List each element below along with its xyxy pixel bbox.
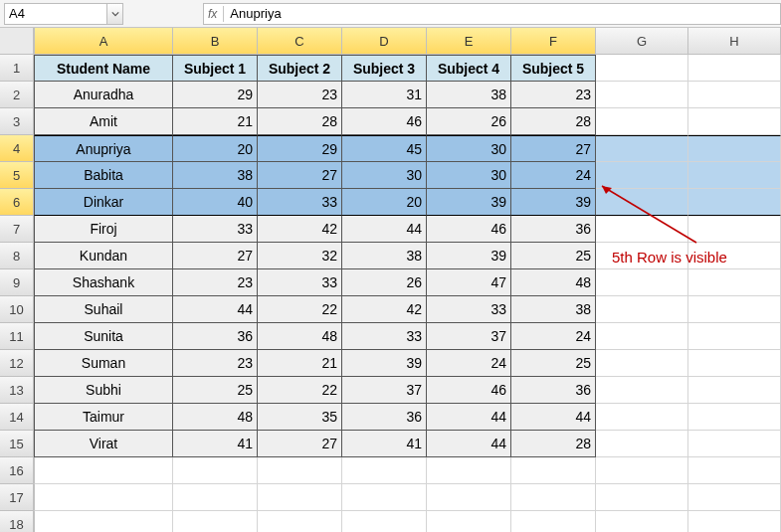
cell-H2[interactable] (688, 82, 781, 108)
cell-C5[interactable]: 27 (258, 162, 342, 189)
cell-E4[interactable]: 30 (427, 135, 511, 162)
row-header-18[interactable]: 18 (0, 511, 34, 532)
cell-B18[interactable] (173, 511, 258, 532)
cell-G15[interactable] (596, 431, 688, 457)
cell-B17[interactable] (173, 484, 258, 511)
cell-G9[interactable] (596, 269, 688, 296)
cell-C1[interactable]: Subject 2 (258, 55, 342, 82)
cell-H12[interactable] (688, 350, 781, 377)
cell-A3[interactable]: Amit (34, 108, 173, 135)
cell-H16[interactable] (688, 457, 781, 484)
row-header-1[interactable]: 1 (0, 55, 34, 82)
row-header-17[interactable]: 17 (0, 484, 34, 511)
cell-A10[interactable]: Suhail (34, 296, 173, 323)
cell-E18[interactable] (427, 511, 511, 532)
cell-A4[interactable]: Anupriya (34, 135, 173, 162)
column-header-c[interactable]: C (258, 28, 342, 55)
cell-H10[interactable] (688, 296, 781, 323)
cell-E11[interactable]: 37 (427, 323, 511, 350)
cell-A18[interactable] (34, 511, 173, 532)
cell-C11[interactable]: 48 (258, 323, 342, 350)
cell-G16[interactable] (596, 457, 688, 484)
cell-H15[interactable] (688, 431, 781, 457)
cell-C13[interactable]: 22 (258, 377, 342, 404)
row-header-2[interactable]: 2 (0, 82, 34, 108)
cell-H7[interactable] (688, 216, 781, 243)
cell-G13[interactable] (596, 377, 688, 404)
cell-E16[interactable] (427, 457, 511, 484)
cell-C3[interactable]: 28 (258, 108, 342, 135)
row-header-14[interactable]: 14 (0, 404, 34, 431)
cell-C10[interactable]: 22 (258, 296, 342, 323)
cell-F12[interactable]: 25 (511, 350, 596, 377)
cell-D12[interactable]: 39 (342, 350, 427, 377)
cell-E7[interactable]: 46 (427, 216, 511, 243)
spreadsheet-grid[interactable]: ABCDEFGH1Student NameSubject 1Subject 2S… (0, 28, 781, 532)
cell-G7[interactable] (596, 216, 688, 243)
cell-E15[interactable]: 44 (427, 431, 511, 457)
cell-G5[interactable] (596, 162, 688, 189)
cell-C16[interactable] (258, 457, 342, 484)
cell-D17[interactable] (342, 484, 427, 511)
cell-E12[interactable]: 24 (427, 350, 511, 377)
cell-F14[interactable]: 44 (511, 404, 596, 431)
cell-A17[interactable] (34, 484, 173, 511)
cell-G6[interactable] (596, 189, 688, 216)
cell-D13[interactable]: 37 (342, 377, 427, 404)
cell-D1[interactable]: Subject 3 (342, 55, 427, 82)
cell-G3[interactable] (596, 108, 688, 135)
cell-E6[interactable]: 39 (427, 189, 511, 216)
cell-B13[interactable]: 25 (173, 377, 258, 404)
row-header-4[interactable]: 4 (0, 135, 34, 162)
cell-E17[interactable] (427, 484, 511, 511)
cell-E14[interactable]: 44 (427, 404, 511, 431)
cell-F9[interactable]: 48 (511, 269, 596, 296)
cell-A1[interactable]: Student Name (34, 55, 173, 82)
cell-B9[interactable]: 23 (173, 269, 258, 296)
cell-D2[interactable]: 31 (342, 82, 427, 108)
cell-H4[interactable] (688, 135, 781, 162)
cell-D9[interactable]: 26 (342, 269, 427, 296)
cell-D4[interactable]: 45 (342, 135, 427, 162)
cell-B4[interactable]: 20 (173, 135, 258, 162)
cell-A14[interactable]: Taimur (34, 404, 173, 431)
cell-G17[interactable] (596, 484, 688, 511)
cell-D6[interactable]: 20 (342, 189, 427, 216)
cell-F2[interactable]: 23 (511, 82, 596, 108)
cell-G4[interactable] (596, 135, 688, 162)
cell-D3[interactable]: 46 (342, 108, 427, 135)
cell-G10[interactable] (596, 296, 688, 323)
cell-H9[interactable] (688, 269, 781, 296)
cell-D10[interactable]: 42 (342, 296, 427, 323)
cell-B3[interactable]: 21 (173, 108, 258, 135)
cell-F5[interactable]: 24 (511, 162, 596, 189)
cell-C17[interactable] (258, 484, 342, 511)
cell-F1[interactable]: Subject 5 (511, 55, 596, 82)
cell-F18[interactable] (511, 511, 596, 532)
row-header-5[interactable]: 5 (0, 162, 34, 189)
cell-B2[interactable]: 29 (173, 82, 258, 108)
cell-A6[interactable]: Dinkar (34, 189, 173, 216)
cell-C7[interactable]: 42 (258, 216, 342, 243)
cell-A5[interactable]: Babita (34, 162, 173, 189)
cell-F11[interactable]: 24 (511, 323, 596, 350)
cell-F7[interactable]: 36 (511, 216, 596, 243)
name-box[interactable]: A4 (4, 3, 123, 25)
cell-A15[interactable]: Virat (34, 431, 173, 457)
cell-A16[interactable] (34, 457, 173, 484)
cell-C2[interactable]: 23 (258, 82, 342, 108)
cell-H11[interactable] (688, 323, 781, 350)
cell-D11[interactable]: 33 (342, 323, 427, 350)
cell-D7[interactable]: 44 (342, 216, 427, 243)
cell-C6[interactable]: 33 (258, 189, 342, 216)
cell-F17[interactable] (511, 484, 596, 511)
cell-E10[interactable]: 33 (427, 296, 511, 323)
cell-E2[interactable]: 38 (427, 82, 511, 108)
cell-A2[interactable]: Anuradha (34, 82, 173, 108)
cell-C9[interactable]: 33 (258, 269, 342, 296)
cell-A7[interactable]: Firoj (34, 216, 173, 243)
row-header-6[interactable]: 6 (0, 189, 34, 216)
cell-F8[interactable]: 25 (511, 243, 596, 269)
formula-input[interactable]: fx Anupriya (203, 3, 781, 25)
name-box-dropdown[interactable] (106, 4, 122, 24)
